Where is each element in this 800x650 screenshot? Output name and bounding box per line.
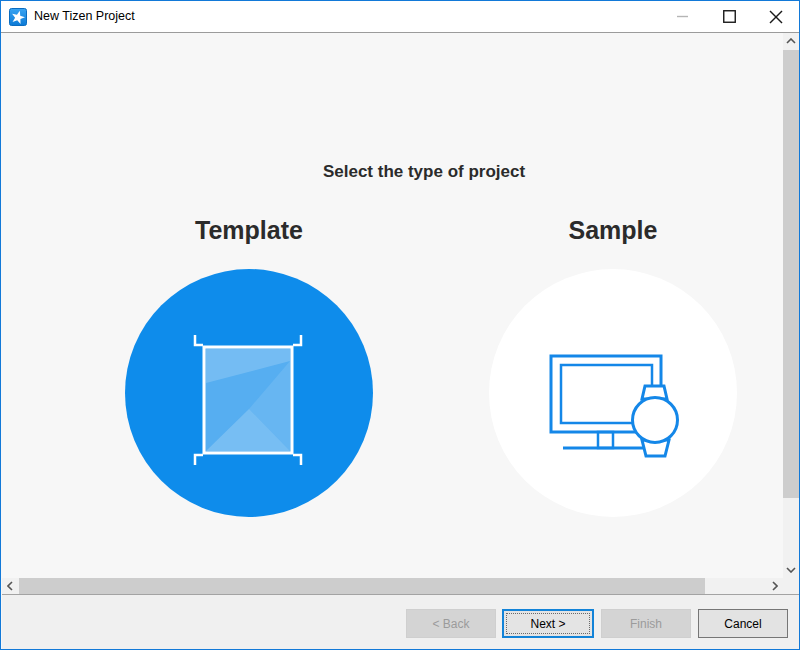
vertical-scrollbar[interactable] [783,33,799,578]
close-icon [769,10,783,24]
scrollbar-corner [783,578,799,594]
chevron-up-icon [786,38,796,44]
minimize-button[interactable] [667,1,698,32]
sample-option[interactable] [489,269,737,517]
new-tizen-project-dialog: New Tizen Project Select the type of pro… [0,0,800,650]
scroll-right-button[interactable] [767,578,783,594]
page-title: Select the type of project [323,162,525,182]
maximize-button[interactable] [714,1,745,32]
horizontal-scrollbar[interactable] [2,578,783,594]
next-button[interactable]: Next > [502,609,594,638]
scroll-up-button[interactable] [783,33,799,49]
minimize-icon [677,11,688,22]
finish-button[interactable]: Finish [601,609,691,638]
chevron-left-icon [7,581,13,591]
back-button[interactable]: < Back [406,609,496,638]
titlebar[interactable]: New Tizen Project [1,1,799,33]
cancel-button[interactable]: Cancel [698,609,788,638]
template-option-label: Template [195,216,303,245]
wizard-page: Select the type of project Template Samp… [2,33,783,578]
horizontal-scroll-thumb[interactable] [19,578,705,594]
template-option[interactable] [125,269,373,517]
template-frame-icon [125,269,373,517]
window-title: New Tizen Project [34,1,135,32]
scroll-down-button[interactable] [783,562,799,578]
tizen-logo-icon [9,8,27,26]
scroll-left-button[interactable] [2,578,18,594]
sample-devices-icon [489,269,737,517]
vertical-scroll-thumb[interactable] [783,50,799,498]
chevron-down-icon [786,567,796,573]
sample-option-label: Sample [569,216,658,245]
close-button[interactable] [760,1,791,32]
maximize-icon [723,10,736,23]
chevron-right-icon [772,581,778,591]
